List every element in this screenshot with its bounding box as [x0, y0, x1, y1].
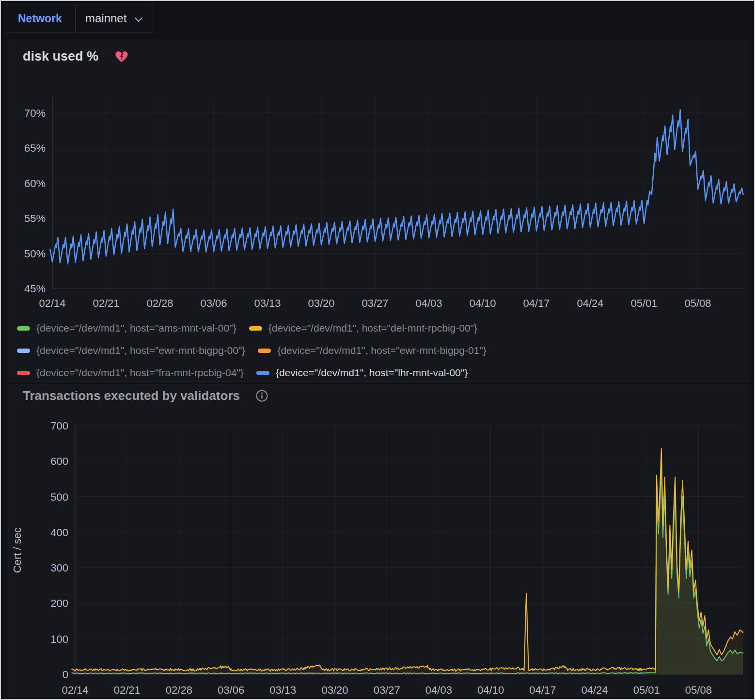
- svg-text:02/21: 02/21: [114, 684, 141, 696]
- variables-bar: Network mainnet: [1, 1, 754, 37]
- svg-text:03/20: 03/20: [308, 297, 334, 309]
- panel-transactions: Transactions executed by validators 0100…: [8, 384, 749, 700]
- legend-item[interactable]: {device="/dev/md1", host="ewr-mnt-bigpg-…: [17, 345, 245, 356]
- svg-text:200: 200: [50, 597, 68, 609]
- legend-series-label: {device="/dev/md1", host="fra-mnt-rpcbig…: [36, 367, 244, 379]
- legend-item[interactable]: {device="/dev/md1", host="del-mnt-rpcbig…: [249, 322, 477, 334]
- svg-text:65%: 65%: [24, 142, 46, 154]
- legend-row: {device="/dev/md1", host="fra-mnt-rpcbig…: [17, 362, 487, 384]
- panel-disk-used-title[interactable]: disk used %: [23, 49, 98, 64]
- svg-text:03/06: 03/06: [200, 297, 227, 309]
- network-variable-value: mainnet: [85, 12, 126, 25]
- svg-text:03/13: 03/13: [254, 297, 281, 309]
- svg-text:500: 500: [50, 491, 68, 503]
- svg-text:60%: 60%: [24, 177, 46, 190]
- svg-text:05/08: 05/08: [685, 684, 712, 696]
- network-variable-label: Network: [6, 4, 74, 33]
- legend-series-marker: [249, 326, 262, 331]
- svg-text:400: 400: [50, 526, 68, 539]
- svg-text:04/10: 04/10: [477, 684, 504, 696]
- svg-text:04/03: 04/03: [425, 684, 452, 696]
- legend-series-label: {device="/dev/md1", host="lhr-mnt-val-00…: [276, 367, 468, 379]
- panel-disk-used: disk used % 45%50%55%60%65%70%02/1402/21…: [8, 39, 749, 382]
- svg-text:300: 300: [50, 562, 68, 574]
- chevron-down-icon: [134, 12, 143, 25]
- svg-text:05/01: 05/01: [633, 684, 660, 696]
- chart-disk-used[interactable]: 45%50%55%60%65%70%02/1402/2102/2803/0603…: [8, 88, 750, 316]
- svg-text:0: 0: [63, 668, 68, 681]
- legend: {device="/dev/md1", host="ams-mnt-val-00…: [17, 317, 487, 384]
- panel-transactions-header: Transactions executed by validators: [8, 384, 749, 403]
- panel-transactions-title[interactable]: Transactions executed by validators: [23, 388, 240, 403]
- legend-item[interactable]: {device="/dev/md1", host="lhr-mnt-val-00…: [256, 367, 468, 379]
- legend-row: {device="/dev/md1", host="ams-mnt-val-00…: [17, 317, 487, 339]
- svg-text:100: 100: [50, 633, 68, 645]
- svg-text:03/27: 03/27: [374, 684, 400, 696]
- chart-transactions[interactable]: 010020030040050060070002/1402/2102/2803/…: [8, 413, 750, 700]
- svg-text:700: 700: [50, 420, 68, 432]
- svg-text:05/01: 05/01: [630, 297, 657, 309]
- svg-text:45%: 45%: [24, 283, 46, 295]
- legend-series-label: {device="/dev/md1", host="ams-mnt-val-00…: [36, 322, 236, 334]
- legend-series-marker: [17, 349, 30, 353]
- svg-text:02/14: 02/14: [62, 684, 88, 696]
- svg-text:02/28: 02/28: [146, 297, 173, 309]
- network-variable-select[interactable]: mainnet: [75, 4, 153, 33]
- broken-heart-icon: [115, 50, 128, 63]
- svg-text:02/28: 02/28: [166, 684, 192, 696]
- svg-text:02/21: 02/21: [93, 297, 119, 309]
- dashboard: Network mainnet disk used % 45%50%55%60%…: [0, 0, 755, 700]
- legend-item[interactable]: {device="/dev/md1", host="ams-mnt-val-00…: [17, 322, 236, 334]
- svg-text:70%: 70%: [24, 107, 46, 119]
- legend-series-label: {device="/dev/md1", host="ewr-mnt-bigpg-…: [277, 345, 486, 356]
- legend-series-label: {device="/dev/md1", host="ewr-mnt-bigpg-…: [36, 345, 245, 356]
- legend-series-marker: [17, 371, 30, 375]
- svg-text:03/20: 03/20: [321, 684, 348, 696]
- network-variable-label-text: Network: [18, 12, 62, 25]
- legend-series-marker: [17, 326, 30, 331]
- legend-series-marker: [258, 349, 271, 353]
- panel-disk-used-header: disk used %: [8, 39, 749, 64]
- svg-text:600: 600: [50, 455, 68, 467]
- svg-text:04/10: 04/10: [469, 297, 496, 309]
- svg-text:50%: 50%: [24, 248, 46, 260]
- svg-text:04/24: 04/24: [581, 684, 608, 696]
- legend-series-marker: [256, 371, 269, 375]
- svg-text:03/27: 03/27: [362, 297, 388, 309]
- legend-row: {device="/dev/md1", host="ewr-mnt-bigpg-…: [17, 339, 487, 362]
- legend-item[interactable]: {device="/dev/md1", host="fra-mnt-rpcbig…: [17, 367, 244, 379]
- info-icon[interactable]: [255, 389, 268, 402]
- svg-text:04/03: 04/03: [415, 297, 442, 309]
- svg-text:02/14: 02/14: [39, 297, 65, 309]
- svg-text:03/13: 03/13: [269, 684, 296, 696]
- svg-text:03/06: 03/06: [218, 684, 244, 696]
- svg-text:04/24: 04/24: [577, 297, 603, 309]
- y-axis-label: Cert / sec: [11, 527, 23, 573]
- legend-series-label: {device="/dev/md1", host="del-mnt-rpcbig…: [268, 322, 477, 334]
- svg-text:04/17: 04/17: [529, 684, 556, 696]
- svg-text:55%: 55%: [24, 212, 46, 224]
- legend-item[interactable]: {device="/dev/md1", host="ewr-mnt-bigpg-…: [258, 345, 486, 356]
- svg-text:05/08: 05/08: [684, 297, 711, 309]
- svg-text:04/17: 04/17: [523, 297, 550, 309]
